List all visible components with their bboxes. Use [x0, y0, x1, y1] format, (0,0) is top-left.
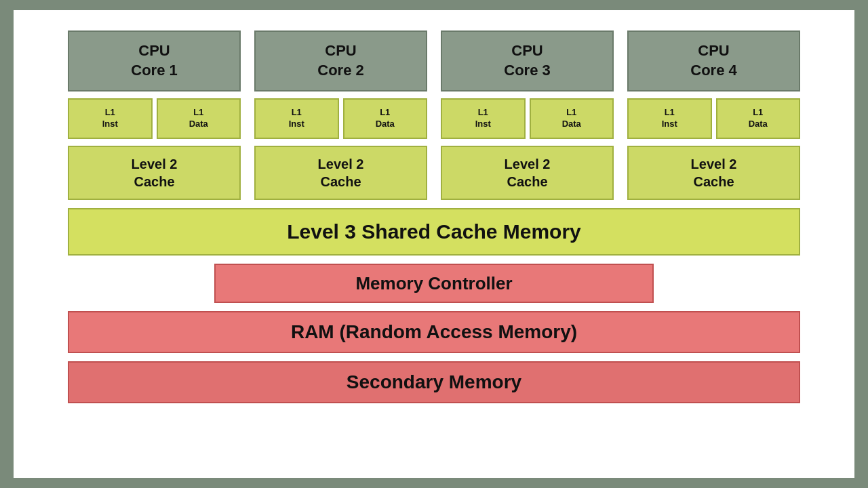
memory-controller: Memory Controller [214, 264, 654, 303]
core3-l1-data: L1Data [530, 98, 614, 139]
main-container: CPUCore 1 L1Inst L1Data Level 2Cache CPU… [14, 10, 854, 478]
core3-group: CPUCore 3 L1Inst L1Data Level 2Cache [441, 30, 614, 200]
core2-group: CPUCore 2 L1Inst L1Data Level 2Cache [254, 30, 427, 200]
cores-row: CPUCore 1 L1Inst L1Data Level 2Cache CPU… [68, 30, 800, 200]
core1-l2-cache: Level 2Cache [68, 146, 241, 200]
cpu-core-3: CPUCore 3 [441, 30, 614, 92]
core1-l1-inst: L1Inst [68, 98, 153, 139]
core3-l1-row: L1Inst L1Data [441, 98, 614, 139]
core4-l1-row: L1Inst L1Data [627, 98, 800, 139]
cpu-core-1: CPUCore 1 [68, 30, 241, 92]
core4-l1-inst: L1Inst [627, 98, 712, 139]
cpu-core-4: CPUCore 4 [627, 30, 800, 92]
core3-l1-inst: L1Inst [441, 98, 526, 139]
core1-group: CPUCore 1 L1Inst L1Data Level 2Cache [68, 30, 241, 200]
ram: RAM (Random Access Memory) [68, 311, 800, 353]
core2-l2-cache: Level 2Cache [254, 146, 427, 200]
core3-l2-cache: Level 2Cache [441, 146, 614, 200]
core4-l1-data: L1Data [716, 98, 801, 139]
core1-l1-data: L1Data [157, 98, 241, 139]
cpu-core-2: CPUCore 2 [254, 30, 427, 92]
core2-l1-row: L1Inst L1Data [254, 98, 427, 139]
core4-l2-cache: Level 2Cache [627, 146, 800, 200]
l3-shared-cache: Level 3 Shared Cache Memory [68, 208, 800, 256]
core1-l1-row: L1Inst L1Data [68, 98, 241, 139]
core4-group: CPUCore 4 L1Inst L1Data Level 2Cache [627, 30, 800, 200]
core2-l1-inst: L1Inst [254, 98, 339, 139]
core2-l1-data: L1Data [343, 98, 428, 139]
secondary-memory: Secondary Memory [68, 361, 800, 403]
